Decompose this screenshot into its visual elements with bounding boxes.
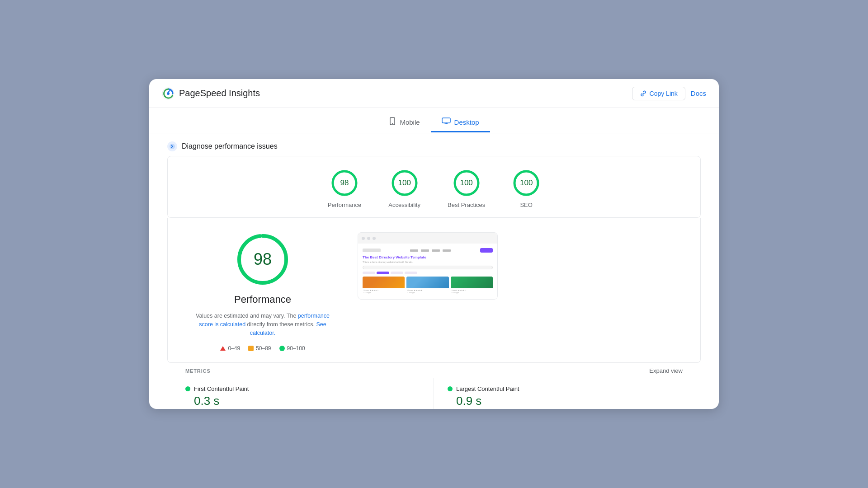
preview-filter-row xyxy=(363,272,493,274)
seo-score-value: 100 xyxy=(520,178,533,188)
accessibility-score-value: 100 xyxy=(398,178,410,188)
score-best-practices: 100 Best Practices xyxy=(448,169,485,208)
metrics-label: METRICS xyxy=(185,368,211,374)
big-performance-value: 98 xyxy=(254,250,272,269)
diagnose-icon xyxy=(167,141,177,151)
metric-fcp-value: 0.3 s xyxy=(185,394,420,408)
metric-fcp-name-row: First Contentful Paint xyxy=(185,385,420,392)
metrics-section: METRICS Expand view First Contentful Pai… xyxy=(167,363,701,409)
preview-card-1: Scenic. ★★★★☆5 Google... ... xyxy=(363,277,405,295)
pagespeed-logo-icon xyxy=(162,87,175,100)
preview-body: The Best Directory Website Template This… xyxy=(358,244,497,299)
preview-card-2: Ocean. ★★★★★4 Google... ... xyxy=(406,277,448,295)
svg-rect-5 xyxy=(442,118,450,123)
tab-desktop-label: Desktop xyxy=(454,118,479,126)
metric-lcp-name: Largest Contentful Paint xyxy=(456,385,519,392)
perf-right: The Best Directory Website Template This… xyxy=(358,232,682,300)
tab-mobile-label: Mobile xyxy=(400,118,420,126)
perf-left: 98 Performance Values are estimated and … xyxy=(186,232,340,352)
legend-red-label: 0–49 xyxy=(228,345,240,352)
preview-dot-2 xyxy=(367,237,370,240)
copy-link-label: Copy Link xyxy=(650,90,678,97)
preview-nav-link-2 xyxy=(421,249,429,252)
preview-card-img-1 xyxy=(363,277,405,288)
preview-sub: This is a demo directory website built w… xyxy=(363,261,493,263)
metric-lcp-name-row: Largest Contentful Paint xyxy=(448,385,683,392)
accessibility-circle: 100 xyxy=(391,169,419,197)
best-practices-score-value: 100 xyxy=(460,178,472,188)
legend-orange-label: 50–89 xyxy=(256,345,271,352)
score-performance: 98 Performance xyxy=(328,169,361,208)
preview-hero-purple: Directory Website Template xyxy=(379,255,426,259)
performance-score-value: 98 xyxy=(340,178,349,188)
preview-card-3: Forest. ★★★★☆6 Google... ... xyxy=(451,277,493,295)
preview-hero-text: The Best Directory Website Template xyxy=(363,255,493,260)
big-performance-circle: 98 xyxy=(236,232,290,286)
docs-link[interactable]: Docs xyxy=(691,89,706,97)
app-title: PageSpeed Insights xyxy=(179,88,260,99)
preview-card-text-2: Ocean. ★★★★★4 Google... ... xyxy=(406,288,448,295)
site-preview: The Best Directory Website Template This… xyxy=(358,232,498,300)
seo-circle: 100 xyxy=(512,169,540,197)
preview-chip-2 xyxy=(377,272,389,274)
tab-mobile[interactable]: Mobile xyxy=(378,113,430,133)
metric-fcp-name: First Contentful Paint xyxy=(194,385,249,392)
preview-logo xyxy=(363,249,381,252)
link-icon xyxy=(640,90,647,97)
best-practices-circle: 100 xyxy=(453,169,481,197)
diagnose-section: Diagnose performance issues xyxy=(167,133,701,156)
mobile-icon xyxy=(389,117,396,127)
legend-item-green: 90–100 xyxy=(279,345,305,352)
preview-card-text-3: Forest. ★★★★☆6 Google... ... xyxy=(451,288,493,295)
preview-hero-normal: The Best xyxy=(363,255,379,259)
performance-label: Performance xyxy=(328,202,361,208)
scores-panel: 98 Performance 100 Accessibility xyxy=(167,156,701,218)
header: PageSpeed Insights Copy Link Docs xyxy=(149,79,719,108)
svg-point-4 xyxy=(392,123,393,124)
seo-label: SEO xyxy=(520,202,532,208)
legend-orange-icon xyxy=(248,346,254,351)
preview-card-text-1: Scenic. ★★★★☆5 Google... ... xyxy=(363,288,405,295)
legend-item-red: 0–49 xyxy=(220,345,240,352)
metric-lcp: Largest Contentful Paint 0.9 s xyxy=(434,378,683,409)
performance-panel: 98 Performance Values are estimated and … xyxy=(167,218,701,363)
perf-description: Values are estimated and may vary. The p… xyxy=(188,312,337,337)
preview-chip-1 xyxy=(363,272,375,274)
performance-circle: 98 xyxy=(330,169,359,197)
best-practices-label: Best Practices xyxy=(448,202,485,208)
desktop-icon xyxy=(442,117,451,127)
metric-lcp-value: 0.9 s xyxy=(448,394,683,408)
logo-area: PageSpeed Insights xyxy=(162,87,260,100)
header-actions: Copy Link Docs xyxy=(632,87,706,100)
preview-chip-3 xyxy=(391,272,403,274)
legend-red-icon xyxy=(220,346,226,351)
preview-dot-1 xyxy=(362,237,365,240)
metric-fcp-dot xyxy=(185,386,190,391)
preview-nav-link-4 xyxy=(443,249,451,252)
diagnose-title: Diagnose performance issues xyxy=(182,142,278,150)
perf-desc-text1: Values are estimated and may vary. The xyxy=(196,313,298,319)
metrics-grid: First Contentful Paint 0.3 s Largest Con… xyxy=(167,378,701,409)
metric-fcp: First Contentful Paint 0.3 s xyxy=(185,378,434,409)
score-seo: 100 SEO xyxy=(512,169,540,208)
metric-lcp-dot xyxy=(448,386,453,391)
preview-bar xyxy=(358,233,497,244)
expand-view-button[interactable]: Expand view xyxy=(649,367,683,374)
preview-card-img-2 xyxy=(406,277,448,288)
preview-card-img-3 xyxy=(451,277,493,288)
score-accessibility: 100 Accessibility xyxy=(388,169,420,208)
tab-desktop[interactable]: Desktop xyxy=(431,113,490,132)
accessibility-label: Accessibility xyxy=(388,202,420,208)
preview-dot-3 xyxy=(373,237,376,240)
preview-chip-4 xyxy=(405,272,417,274)
browser-window: PageSpeed Insights Copy Link Docs Mobile… xyxy=(149,79,719,409)
tabs-row: Mobile Desktop xyxy=(149,108,719,133)
preview-nav-links xyxy=(410,249,451,252)
preview-search-bar xyxy=(363,266,493,269)
legend-item-orange: 50–89 xyxy=(248,345,271,352)
perf-desc-text2: directly from these metrics. xyxy=(245,321,316,328)
preview-nav-link-1 xyxy=(410,249,418,252)
performance-section-title: Performance xyxy=(234,294,291,305)
preview-nav-link-3 xyxy=(432,249,440,252)
copy-link-button[interactable]: Copy Link xyxy=(632,87,685,100)
